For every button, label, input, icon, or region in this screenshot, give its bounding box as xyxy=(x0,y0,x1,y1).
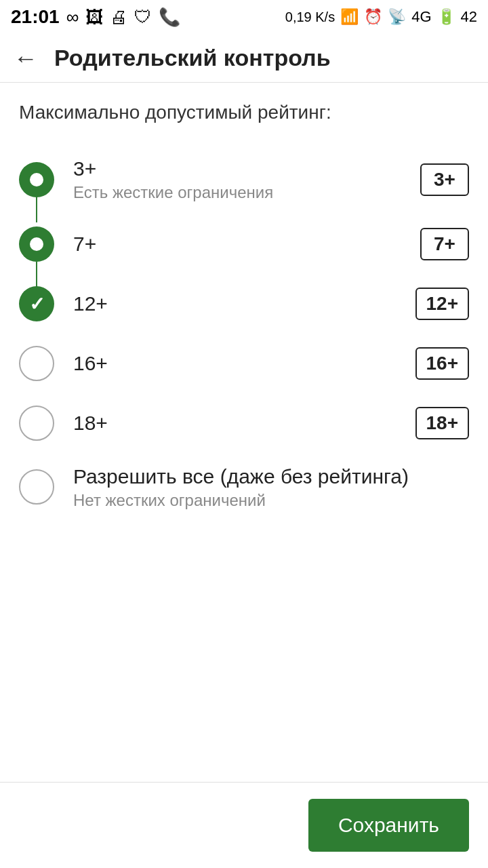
main-content: Максимально допустимый рейтинг: 3+ Есть … xyxy=(0,83,488,766)
back-arrow-icon: ← xyxy=(14,44,38,73)
badge-3plus: 3+ xyxy=(420,163,469,196)
option-left-7plus: 7+ xyxy=(19,226,96,262)
option-left-16plus: 16+ xyxy=(19,346,108,381)
save-button[interactable]: Сохранить xyxy=(308,799,469,852)
option-label-12plus: 12+ xyxy=(73,292,108,315)
option-left-18plus: 18+ xyxy=(19,406,108,441)
badge-12plus: 12+ xyxy=(415,288,470,320)
section-label: Максимально допустимый рейтинг: xyxy=(19,102,469,123)
battery-icon: 🔋 xyxy=(437,8,455,26)
option-sublabel-3plus: Есть жесткие ограничения xyxy=(73,183,273,202)
radio-12plus: ✓ xyxy=(19,286,54,321)
printer-icon: 🖨 xyxy=(110,7,127,28)
shield-icon: 🛡 xyxy=(134,7,152,28)
option-left-12plus: ✓ 12+ xyxy=(19,286,108,321)
badge-16plus: 16+ xyxy=(415,347,470,380)
option-label-16plus: 16+ xyxy=(73,352,108,375)
list-item[interactable]: 16+ 16+ xyxy=(19,334,469,393)
alarm-icon: ⏰ xyxy=(364,8,382,26)
option-text-7plus: 7+ xyxy=(73,233,96,256)
viber-icon: 📞 xyxy=(159,7,180,28)
list-item[interactable]: Разрешить все (даже без рейтинга) Нет же… xyxy=(19,453,469,522)
save-area: Сохранить xyxy=(0,783,488,868)
option-text-18plus: 18+ xyxy=(73,412,108,435)
badge-18plus: 18+ xyxy=(415,407,470,439)
list-item[interactable]: 7+ 7+ xyxy=(19,214,469,274)
option-label-3plus: 3+ xyxy=(73,157,273,180)
badge-7plus: 7+ xyxy=(420,228,469,260)
status-right: 0,19 K/s 📶 ⏰ 📡 4G 🔋 42 xyxy=(285,8,477,26)
app-bar-title: Родительский контроль xyxy=(54,45,331,71)
option-label-all: Разрешить все (даже без рейтинга) xyxy=(73,465,409,488)
mobile-data-icon: 4G xyxy=(411,8,431,26)
option-text-all: Разрешить все (даже без рейтинга) Нет же… xyxy=(73,465,409,510)
status-bar: 21:01 ∞ 🖼 🖨 🛡 📞 0,19 K/s 📶 ⏰ 📡 4G 🔋 42 xyxy=(0,0,488,34)
option-text-3plus: 3+ Есть жесткие ограничения xyxy=(73,157,273,202)
option-text-16plus: 16+ xyxy=(73,352,108,375)
option-sublabel-all: Нет жестких ограничений xyxy=(73,491,409,510)
checkmark-icon: ✓ xyxy=(29,293,45,315)
battery-level: 42 xyxy=(461,8,477,26)
option-left-3plus: 3+ Есть жесткие ограничения xyxy=(19,157,273,202)
option-label-7plus: 7+ xyxy=(73,233,96,256)
signal-icon: 📶 xyxy=(340,8,359,26)
radio-18plus xyxy=(19,406,54,441)
app-bar: ← Родительский контроль xyxy=(0,34,488,83)
list-item[interactable]: 18+ 18+ xyxy=(19,393,469,453)
wifi-icon: 📡 xyxy=(388,8,406,26)
status-left: 21:01 ∞ 🖼 🖨 🛡 📞 xyxy=(11,6,180,28)
infinity-icon: ∞ xyxy=(66,7,79,28)
options-list: 3+ Есть жесткие ограничения 3+ 7+ 7+ xyxy=(19,145,469,522)
network-speed: 0,19 K/s xyxy=(285,9,335,25)
status-time: 21:01 xyxy=(11,6,60,28)
list-item[interactable]: 3+ Есть жесткие ограничения 3+ xyxy=(19,145,469,214)
list-item[interactable]: ✓ 12+ 12+ xyxy=(19,274,469,334)
option-text-12plus: 12+ xyxy=(73,292,108,315)
radio-16plus xyxy=(19,346,54,381)
back-button[interactable]: ← xyxy=(14,44,38,73)
option-label-18plus: 18+ xyxy=(73,412,108,435)
option-left-all: Разрешить все (даже без рейтинга) Нет же… xyxy=(19,465,409,510)
radio-7plus xyxy=(19,226,54,262)
radio-all xyxy=(19,469,54,505)
image-icon: 🖼 xyxy=(85,7,103,28)
